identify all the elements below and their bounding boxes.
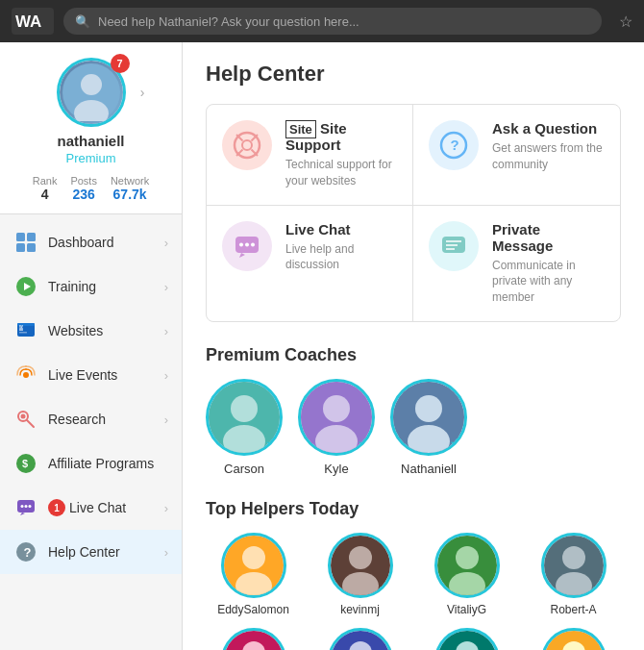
live-events-icon (13, 362, 38, 388)
svg-point-3 (81, 74, 102, 95)
helper-kevinmj-name: kevinmj (340, 603, 380, 616)
ask-question-text: Ask a Question Get answers from the comm… (492, 120, 605, 173)
coach-kyle[interactable]: ★ Kyle (298, 379, 375, 476)
live-chat-chevron-icon: › (164, 501, 168, 515)
websites-icon: W (13, 318, 38, 343)
network-label: Network (111, 175, 149, 187)
svg-rect-7 (16, 243, 25, 252)
live-chat-card-text: Live Chat Live help and discussion (285, 221, 397, 274)
helper-feigner[interactable]: ★ feigner (526, 628, 621, 650)
sidebar-item-affiliate-programs[interactable]: $ Affiliate Programs (0, 441, 182, 486)
research-label: Research (48, 412, 164, 427)
main-layout: 7 › nathaniell Premium Rank 4 Posts 236 … (0, 42, 644, 650)
rank-label: Rank (33, 175, 58, 187)
sidebar-item-training[interactable]: Training › (0, 264, 182, 309)
svg-point-60 (456, 546, 479, 569)
svg-point-63 (562, 546, 585, 569)
sidebar: 7 › nathaniell Premium Rank 4 Posts 236 … (0, 42, 183, 650)
svg-point-45 (231, 395, 258, 422)
svg-point-25 (29, 505, 32, 508)
helper-vitaliyg-name: VitaliyG (447, 603, 486, 616)
svg-rect-6 (27, 233, 36, 241)
helper-roberta[interactable]: ★ Robert-A (526, 533, 621, 616)
logo: WA (12, 8, 54, 35)
live-chat-label: Live Chat (69, 500, 164, 515)
coach-nathaniell[interactable]: ★ Nathaniell (390, 379, 467, 476)
helper-star-icon: ★ (592, 581, 604, 595)
coach-carson-name: Carson (224, 462, 264, 476)
search-bar[interactable]: 🔍 Need help Nathaniel? Ask your question… (63, 8, 602, 35)
ask-question-desc: Get answers from the community (492, 140, 605, 173)
helpers-grid: ★ EddySalomon ★ kevinmj (206, 533, 621, 650)
coach-kyle-avatar: ★ (298, 379, 375, 456)
rank-stat: Rank 4 (33, 175, 58, 202)
helper-lesabre-avatar: ★ (434, 628, 500, 650)
page-title: Help Center (206, 62, 621, 87)
live-chat-card-desc: Live help and discussion (285, 241, 397, 274)
ask-question-title: Ask a Question (492, 120, 605, 137)
svg-point-37 (239, 242, 243, 246)
coach-carson-avatar: ★ (206, 379, 283, 456)
notification-badge: 7 (111, 54, 130, 73)
dashboard-icon (13, 230, 38, 255)
live-chat-card-title: Live Chat (285, 221, 397, 238)
help-card-live-chat[interactable]: Live Chat Live help and discussion (207, 206, 413, 321)
help-card-site-support[interactable]: Site Site Support Technical support for … (207, 105, 413, 206)
sidebar-item-live-chat[interactable]: 1 Live Chat › (0, 486, 182, 530)
help-card-private-message[interactable]: Private Message Communicate in private w… (413, 206, 620, 321)
helper-vitaliyg-avatar: ★ (434, 533, 500, 598)
sidebar-item-dashboard[interactable]: Dashboard › (0, 220, 182, 264)
live-chat-icon (13, 495, 38, 520)
websites-chevron-icon: › (164, 324, 168, 338)
svg-text:$: $ (22, 458, 28, 469)
research-chevron-icon: › (164, 412, 168, 427)
helper-marion-black[interactable]: ★ Marion Black (206, 628, 301, 650)
coach-star-icon: ★ (265, 436, 278, 451)
helper-eddysalomon[interactable]: ★ EddySalomon (206, 533, 301, 616)
sidebar-item-research[interactable]: Research › (0, 397, 182, 441)
svg-line-19 (27, 420, 34, 427)
nav-items: Dashboard › Training › (0, 214, 182, 650)
helper-kevinmj[interactable]: ★ kevinmj (312, 533, 408, 616)
sidebar-item-live-events[interactable]: Live Events › (0, 353, 182, 397)
profile-section: 7 › nathaniell Premium Rank 4 Posts 236 … (0, 42, 182, 214)
svg-point-18 (21, 414, 26, 419)
training-chevron-icon: › (164, 280, 168, 294)
helper-roberta-name: Robert-A (550, 603, 596, 616)
site-support-icon (222, 120, 272, 170)
svg-point-38 (245, 242, 249, 246)
sidebar-item-websites[interactable]: W Websites › (0, 309, 182, 353)
help-card-ask-question[interactable]: ? Ask a Question Get answers from the co… (413, 105, 620, 206)
coach-carson[interactable]: ★ Carson (206, 379, 283, 476)
topbar: WA 🔍 Need help Nathaniel? Ask your quest… (0, 0, 644, 42)
live-events-label: Live Events (48, 367, 164, 383)
svg-text:?: ? (24, 545, 32, 560)
helper-kevinmj-avatar: ★ (328, 533, 393, 598)
websites-label: Websites (48, 323, 164, 338)
helper-jkwest[interactable]: ★ J-KWest (312, 628, 408, 650)
posts-label: Posts (70, 175, 97, 187)
network-stat: Network 67.7k (111, 175, 149, 202)
live-chat-badge: 1 (48, 499, 65, 516)
helper-marion-avatar: ★ (221, 628, 286, 650)
helper-lesabre[interactable]: ★ lesabre (419, 628, 514, 650)
live-events-chevron-icon: › (164, 368, 168, 383)
helper-vitaliyg[interactable]: ★ VitaliyG (419, 533, 514, 616)
svg-point-29 (242, 140, 252, 150)
coach-kyle-name: Kyle (324, 462, 348, 476)
helper-roberta-avatar: ★ (541, 533, 607, 598)
dashboard-chevron-icon: › (164, 236, 168, 250)
network-value: 67.7k (113, 187, 147, 202)
svg-point-39 (251, 242, 255, 246)
site-support-desc: Technical support for your websites (285, 157, 397, 189)
coach-nathaniell-name: Nathaniell (401, 462, 457, 476)
svg-rect-5 (16, 233, 25, 241)
svg-text:W: W (19, 324, 23, 329)
svg-text:?: ? (451, 137, 459, 153)
help-center-label: Help Center (48, 544, 164, 560)
svg-point-54 (242, 546, 265, 569)
username: nathaniell (57, 133, 124, 149)
private-message-icon (429, 221, 479, 271)
sidebar-item-help-center[interactable]: ? Help Center › (0, 530, 182, 574)
svg-point-23 (21, 505, 24, 508)
